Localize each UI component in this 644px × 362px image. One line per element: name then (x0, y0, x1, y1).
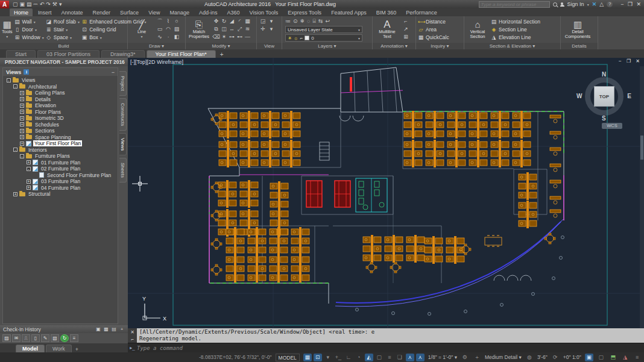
expand-icon[interactable]: + (20, 110, 24, 114)
circle-icon[interactable]: ○ (172, 17, 181, 25)
tree-item[interactable]: +Details (3, 96, 118, 103)
view-tool-grid[interactable]: ◲▾ ✛▾ (259, 17, 276, 42)
tree-item[interactable]: +Floor Plans (3, 109, 118, 116)
tree-item[interactable]: +Elevation (3, 102, 118, 109)
tree-item[interactable]: +Space Planning (3, 134, 118, 141)
viewport-scrollbar[interactable] (640, 66, 644, 328)
panel-label-view[interactable]: View (257, 43, 282, 49)
viewcube-south[interactable]: S (602, 115, 606, 122)
layer-freeze-icon[interactable]: ❄ (300, 18, 305, 24)
break-icon[interactable]: ⊷ (236, 33, 244, 41)
wall-button[interactable]: ▤Wall▾ (14, 18, 44, 25)
styles-browser-icon[interactable]: ⎍ (22, 334, 30, 342)
help-button[interactable]: ? (607, 1, 613, 7)
move-icon[interactable]: ✥ (212, 17, 220, 25)
horizontal-section-button[interactable]: ▤Horizontal Section (491, 18, 540, 25)
collapse-icon[interactable]: - (27, 167, 31, 171)
checkin-history-bar[interactable]: Check-In History ▣ ▩ ▤ + (0, 325, 128, 333)
model-space-viewport[interactable]: [-][Top][2D Wireframe] − ❐ ✕ (128, 58, 644, 328)
ribbon-tab-home[interactable]: Home (10, 8, 33, 16)
panel-label-draw[interactable]: Draw ▾ (128, 43, 185, 49)
palette-tab-constructs[interactable]: Constructs (119, 98, 127, 131)
layer-isolate-icon[interactable]: ⊙ (293, 18, 298, 24)
ribbon-tab-annotate[interactable]: Annotate (57, 8, 87, 16)
tree-item[interactable]: -Views (3, 77, 118, 84)
collapse-icon[interactable]: - (20, 154, 24, 158)
table-icon[interactable]: ⊞ (402, 33, 410, 41)
redo-icon[interactable]: ↷ (46, 1, 51, 8)
offset-icon[interactable]: ≋ (244, 25, 251, 33)
new-icon[interactable]: ▢ (13, 1, 18, 8)
ribbon-tab-render[interactable]: Render (89, 8, 115, 16)
detail-components-button[interactable]: ▥ Detail Components (563, 17, 593, 42)
cut-plane-icon[interactable]: ◍ (525, 354, 534, 361)
point-icon[interactable]: ∙ (164, 33, 172, 41)
tree-item[interactable]: +01 Furniture Plan (3, 160, 118, 166)
tools-button[interactable]: ▦ Tools▾ (2, 17, 13, 42)
tree-item[interactable]: -Interiors (3, 147, 118, 154)
line-button[interactable]: ╱ Line▾ (130, 17, 154, 42)
arc-icon[interactable]: ⌒ (156, 17, 164, 25)
refresh-project-icon[interactable]: ▣ (95, 326, 101, 332)
expand-icon[interactable]: + (20, 135, 24, 139)
expand-icon[interactable]: + (20, 104, 24, 108)
viewport-controls-label[interactable]: [-][Top][2D Wireframe] (130, 59, 183, 65)
collapse-icon[interactable]: - (7, 78, 11, 83)
tree-item[interactable]: +Ceiling Plans (3, 90, 118, 96)
customize-command-icon[interactable]: ⌐ (131, 337, 134, 342)
ribbon-tab-add-ins[interactable]: Add-ins (195, 8, 222, 16)
model-space-button[interactable]: MODEL (276, 354, 300, 361)
rectangle-icon[interactable]: ▭ (156, 25, 164, 33)
collapse-icon[interactable]: - (13, 148, 17, 152)
elevation-value[interactable]: +0" 1:0" (563, 354, 581, 360)
ortho-toggle[interactable]: ∟ (344, 354, 353, 361)
ribbon-tab-express-tools[interactable]: Express Tools (283, 8, 326, 16)
sync-status-icon[interactable]: ↻ (60, 334, 69, 342)
annotation-visibility-toggle[interactable]: ⋏ (406, 354, 414, 361)
leader-icon[interactable]: ↗ (402, 25, 410, 33)
elevation-icon[interactable]: ⟳ (551, 354, 560, 361)
collapse-icon[interactable]: - (13, 84, 17, 89)
viewport-window-controls[interactable]: − ❐ ✕ (619, 58, 642, 64)
expand-icon[interactable]: + (20, 97, 24, 101)
fillet-icon[interactable]: ◜ (236, 17, 244, 25)
spline-icon[interactable]: ∿ (156, 33, 164, 41)
tree-item[interactable]: +Schedules (3, 122, 118, 128)
expand-icon[interactable]: + (13, 192, 17, 196)
object-snap-toggle[interactable]: ▢ (375, 354, 384, 361)
draw-tool-grid[interactable]: ⌒⌇○ ▭◠▨ ∿∙◧ (156, 17, 181, 42)
tree-item[interactable]: -Architectural (3, 84, 118, 90)
panel-label-annotation[interactable]: Annotation ▾ (373, 43, 415, 49)
layer-off-icon[interactable]: ◌ (307, 18, 310, 24)
search-icon[interactable] (553, 2, 557, 7)
transparency-toggle[interactable]: ❏ (396, 354, 404, 361)
style-manager-icon[interactable]: ✎ (41, 334, 49, 342)
ellipse-icon[interactable]: ◠ (164, 25, 172, 33)
sign-in-link[interactable]: Sign In (567, 1, 584, 7)
window-button[interactable]: ⊞Window▾ (14, 34, 44, 41)
roof-slab-button[interactable]: ◪Roof Slab▾ (46, 18, 80, 25)
workspace-switching-icon[interactable]: ⚙ ▾ (461, 354, 469, 361)
cut-plane-value[interactable]: 3'-6" (537, 354, 548, 360)
lineweight-toggle[interactable]: ≡ (385, 354, 394, 361)
ribbon-tab-performance[interactable]: Performance (402, 8, 441, 16)
viewcube-east[interactable]: E (627, 93, 631, 99)
stretch-icon[interactable]: ↔ (228, 25, 236, 33)
expand-icon[interactable]: + (27, 179, 31, 184)
repath-project-icon[interactable]: ▩ (103, 326, 109, 332)
region-icon[interactable]: ◧ (172, 33, 181, 41)
open-icon[interactable]: ▣ (20, 1, 25, 8)
signin-dropdown-icon[interactable]: ▾ (587, 2, 589, 7)
expand-icon[interactable]: + (20, 91, 24, 95)
save-icon[interactable]: ▤ (27, 1, 32, 8)
expand-icon[interactable]: + (20, 116, 24, 120)
multiline-text-button[interactable]: A Multiline Text (374, 17, 400, 42)
section-line-button[interactable]: ◈Section Line (491, 26, 540, 33)
mirror-icon[interactable]: ◫ (220, 25, 228, 33)
palette-tab-views[interactable]: Views (119, 133, 127, 155)
layer-manager-icon[interactable]: ▧ (51, 334, 59, 342)
status-menu-icon[interactable]: ≡ (633, 354, 642, 361)
panel-label-section[interactable]: Section & Elevation ▾ (464, 43, 560, 49)
rotate-icon[interactable]: ↻ (220, 17, 228, 25)
detail-level-button[interactable]: Medium Detail ▾ (485, 354, 522, 360)
